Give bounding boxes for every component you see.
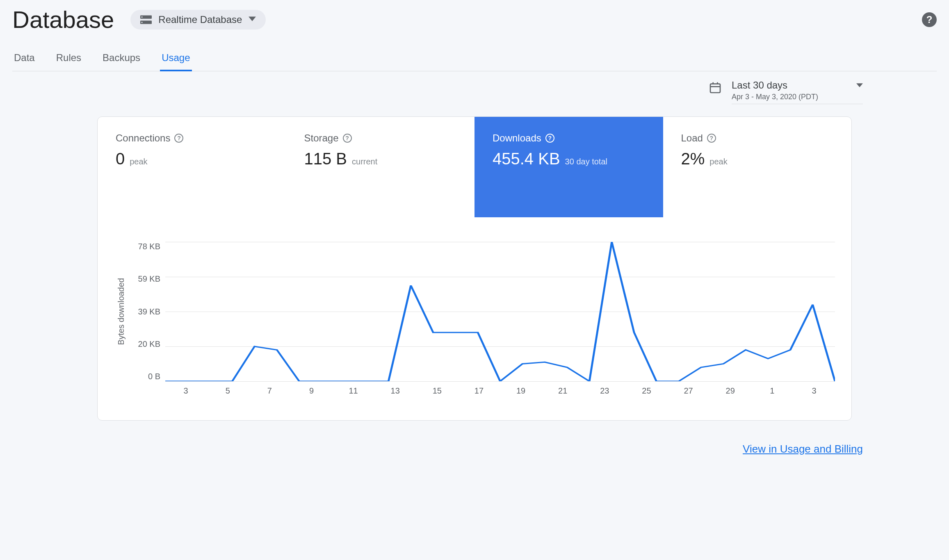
database-icon [140, 15, 152, 24]
y-tick: 78 KB [138, 242, 160, 251]
metric-storage[interactable]: Storage ? 115 B current [286, 117, 475, 217]
x-tick: 29 [709, 386, 751, 396]
info-icon[interactable]: ? [545, 134, 554, 143]
x-tick: 23 [584, 386, 625, 396]
metric-load[interactable]: Load ? 2% peak [663, 117, 852, 217]
chart-yaxis: 78 KB 59 KB 39 KB 20 KB 0 B [128, 242, 165, 381]
metric-connections[interactable]: Connections ? 0 peak [98, 117, 286, 217]
metric-value: 455.4 KB [493, 150, 560, 168]
metric-label: Downloads [493, 132, 541, 144]
x-tick: 3 [165, 386, 207, 396]
metric-sub: peak [130, 157, 147, 166]
metric-sub: current [352, 157, 377, 166]
database-selector[interactable]: Realtime Database [130, 10, 266, 30]
date-range-selector[interactable]: Last 30 days Apr 3 - May 3, 2020 (PDT) [732, 80, 863, 104]
chevron-down-icon [249, 15, 256, 24]
view-usage-billing-link[interactable]: View in Usage and Billing [743, 443, 863, 455]
chart-line [165, 242, 835, 381]
page-title: Database [12, 6, 114, 33]
y-tick: 39 KB [138, 307, 160, 316]
metric-label: Storage [304, 132, 339, 144]
tab-data[interactable]: Data [12, 48, 36, 71]
svg-rect-4 [710, 84, 720, 93]
x-tick: 15 [416, 386, 458, 396]
chart-ylabel: Bytes downloaded [114, 278, 128, 345]
tab-backups[interactable]: Backups [101, 48, 142, 71]
x-tick: 7 [249, 386, 290, 396]
x-tick: 13 [374, 386, 416, 396]
metric-sub: peak [709, 157, 727, 166]
svg-point-2 [141, 16, 143, 18]
tabs: Data Rules Backups Usage [12, 48, 937, 71]
metric-value: 115 B [304, 150, 347, 168]
metric-label: Connections [116, 132, 170, 144]
y-tick: 20 KB [138, 339, 160, 349]
y-tick: 59 KB [138, 274, 160, 284]
database-selector-label: Realtime Database [158, 14, 242, 25]
metric-downloads[interactable]: Downloads ? 455.4 KB 30 day total [474, 117, 663, 217]
x-tick: 3 [793, 386, 835, 396]
chart-plot [165, 242, 835, 381]
date-range-sub: Apr 3 - May 3, 2020 (PDT) [732, 93, 863, 101]
tab-usage[interactable]: Usage [160, 48, 192, 71]
chart-xaxis: 35791113151719212325272913 [165, 386, 835, 396]
metric-value: 0 [116, 150, 125, 168]
tab-rules[interactable]: Rules [55, 48, 83, 71]
metric-sub: 30 day total [565, 157, 607, 166]
date-range-main: Last 30 days [732, 80, 787, 91]
x-tick: 19 [500, 386, 542, 396]
x-tick: 25 [625, 386, 667, 396]
x-tick: 5 [207, 386, 249, 396]
x-tick: 21 [542, 386, 584, 396]
chevron-down-icon [856, 80, 863, 91]
info-icon[interactable]: ? [174, 134, 183, 143]
info-icon[interactable]: ? [343, 134, 352, 143]
y-tick: 0 B [148, 372, 160, 381]
calendar-icon [709, 81, 722, 96]
metric-value: 2% [681, 150, 705, 168]
svg-point-3 [141, 21, 143, 23]
x-tick: 9 [290, 386, 332, 396]
usage-card: Connections ? 0 peak Storage ? 115 B cur… [97, 116, 852, 421]
metric-label: Load [681, 132, 703, 144]
help-icon[interactable]: ? [922, 12, 937, 27]
x-tick: 11 [333, 386, 374, 396]
x-tick: 27 [668, 386, 709, 396]
info-icon[interactable]: ? [707, 134, 716, 143]
x-tick: 17 [458, 386, 500, 396]
x-tick: 1 [751, 386, 793, 396]
